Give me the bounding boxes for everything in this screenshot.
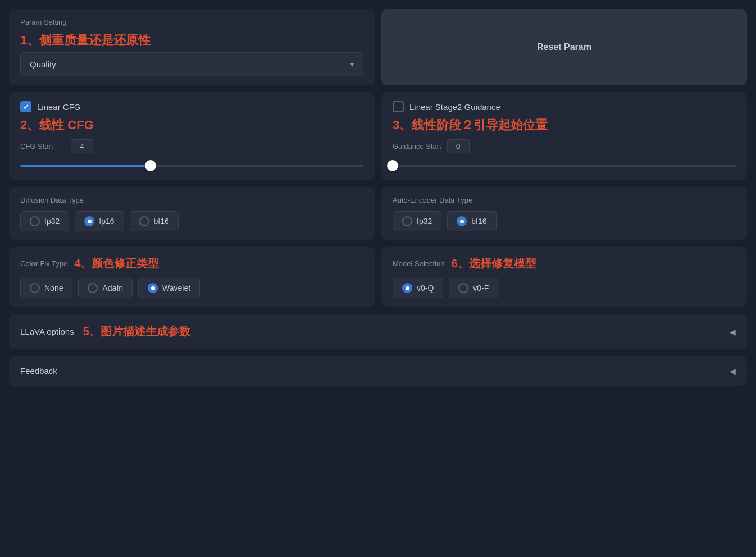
color-fix-wavelet-radio <box>148 283 158 293</box>
autoencoder-fp32-option[interactable]: fp32 <box>393 211 441 231</box>
color-fix-label: Color-Fix Type <box>20 259 67 268</box>
model-v0q-radio <box>402 283 412 293</box>
color-fix-wavelet-label: Wavelet <box>162 284 190 293</box>
guidance-slider-container <box>393 160 736 171</box>
feedback-collapse-icon: ◀ <box>730 367 736 376</box>
linear-cfg-panel: ✓ Linear CFG 2、线性 CFG CFG Start 4 <box>9 92 375 180</box>
diffusion-fp16-radio <box>84 216 94 226</box>
color-fix-none-label: None <box>44 284 63 293</box>
autoencoder-data-type-panel: Auto-Encoder Data Type fp32 bf16 <box>381 187 747 240</box>
model-v0q-option[interactable]: v0-Q <box>393 278 443 298</box>
guidance-start-value[interactable]: 0 <box>447 139 470 153</box>
model-selection-annotation: 6、选择修复模型 <box>452 256 536 271</box>
model-v0f-label: v0-F <box>473 284 489 293</box>
color-fix-adain-radio <box>88 283 98 293</box>
autoencoder-data-type-label: Auto-Encoder Data Type <box>393 196 736 204</box>
diffusion-fp16-option[interactable]: fp16 <box>75 211 124 231</box>
diffusion-bf16-option[interactable]: bf16 <box>130 211 179 231</box>
guidance-slider-track[interactable] <box>393 165 736 167</box>
cfg-start-label: CFG Start <box>20 142 65 150</box>
linear-cfg-checkbox[interactable]: ✓ <box>20 101 31 112</box>
llava-annotation: 5、图片描述生成参数 <box>83 324 190 339</box>
color-fix-annotation: 4、颜色修正类型 <box>74 256 159 271</box>
linear-stage2-checkbox-row: Linear Stage2 Guidance <box>393 101 736 112</box>
linear-cfg-label: Linear CFG <box>37 102 81 112</box>
color-fix-none-radio <box>30 283 40 293</box>
param-select[interactable]: Quality Fidelity <box>20 52 363 76</box>
diffusion-fp32-option[interactable]: fp32 <box>20 211 69 231</box>
diffusion-fp16-label: fp16 <box>99 217 114 226</box>
diffusion-bf16-label: bf16 <box>154 217 169 226</box>
color-fix-wavelet-option[interactable]: Wavelet <box>138 278 200 298</box>
reset-param-button[interactable]: Reset Param <box>381 9 747 85</box>
cfg-start-row: CFG Start 4 <box>20 139 363 153</box>
linear-cfg-checkbox-row: ✓ Linear CFG <box>20 101 363 112</box>
feedback-panel[interactable]: Feedback ◀ <box>9 356 747 386</box>
cfg-slider-track[interactable] <box>20 165 363 167</box>
param-select-wrapper: Quality Fidelity ▼ <box>20 52 363 76</box>
color-fix-adain-label: AdaIn <box>102 284 123 293</box>
cfg-start-value[interactable]: 4 <box>71 139 93 153</box>
diffusion-data-type-panel: Diffusion Data Type fp32 fp16 bf16 <box>9 187 375 240</box>
guidance-slider-thumb[interactable] <box>387 160 398 171</box>
param-setting-panel: Param Setting 1、侧重质量还是还原性 Quality Fideli… <box>9 9 375 85</box>
model-selection-panel: Model Selection 6、选择修复模型 v0-Q v0-F <box>381 247 747 307</box>
linear-cfg-annotation: 2、线性 CFG <box>20 117 363 134</box>
param-annotation: 1、侧重质量还是还原性 <box>20 32 363 49</box>
color-fix-adain-option[interactable]: AdaIn <box>78 278 133 298</box>
autoencoder-radio-group: fp32 bf16 <box>393 211 736 231</box>
feedback-left: Feedback <box>20 366 57 376</box>
param-setting-label: Param Setting <box>20 18 363 26</box>
linear-stage2-label: Linear Stage2 Guidance <box>409 102 500 112</box>
model-v0q-label: v0-Q <box>417 284 434 293</box>
linear-stage2-panel: Linear Stage2 Guidance 3、线性阶段２引导起始位置 Gui… <box>381 92 747 180</box>
linear-stage2-annotation: 3、线性阶段２引导起始位置 <box>393 117 736 134</box>
color-fix-type-panel: Color-Fix Type 4、颜色修正类型 None AdaIn Wavel… <box>9 247 375 307</box>
reset-panel: Reset Param <box>381 9 747 85</box>
autoencoder-bf16-radio <box>457 216 467 226</box>
diffusion-radio-group: fp32 fp16 bf16 <box>20 211 363 231</box>
llava-left: LLaVA options 5、图片描述生成参数 <box>20 324 190 339</box>
model-v0f-radio <box>458 283 468 293</box>
model-radio-group: v0-Q v0-F <box>393 278 736 298</box>
llava-options-panel[interactable]: LLaVA options 5、图片描述生成参数 ◀ <box>9 314 747 349</box>
diffusion-fp32-radio <box>30 216 40 226</box>
linear-stage2-checkbox[interactable] <box>393 101 404 112</box>
autoencoder-fp32-label: fp32 <box>417 217 432 226</box>
autoencoder-bf16-label: bf16 <box>471 217 486 226</box>
color-fix-none-option[interactable]: None <box>20 278 72 298</box>
guidance-start-label: Guidance Start <box>393 142 441 150</box>
model-selection-label: Model Selection <box>393 259 445 268</box>
checkbox-check-icon: ✓ <box>23 103 29 111</box>
autoencoder-bf16-option[interactable]: bf16 <box>447 211 496 231</box>
diffusion-fp32-label: fp32 <box>44 217 60 226</box>
diffusion-bf16-radio <box>139 216 149 226</box>
cfg-slider-container <box>20 160 363 171</box>
color-fix-radio-group: None AdaIn Wavelet <box>20 278 363 298</box>
model-v0f-option[interactable]: v0-F <box>449 278 498 298</box>
diffusion-data-type-label: Diffusion Data Type <box>20 196 363 204</box>
guidance-start-row: Guidance Start 0 <box>393 139 736 153</box>
llava-label: LLaVA options <box>20 327 74 336</box>
autoencoder-fp32-radio <box>402 216 412 226</box>
llava-collapse-icon: ◀ <box>730 327 736 336</box>
cfg-slider-fill <box>20 165 151 167</box>
cfg-slider-thumb[interactable] <box>145 160 156 171</box>
feedback-label: Feedback <box>20 366 57 376</box>
